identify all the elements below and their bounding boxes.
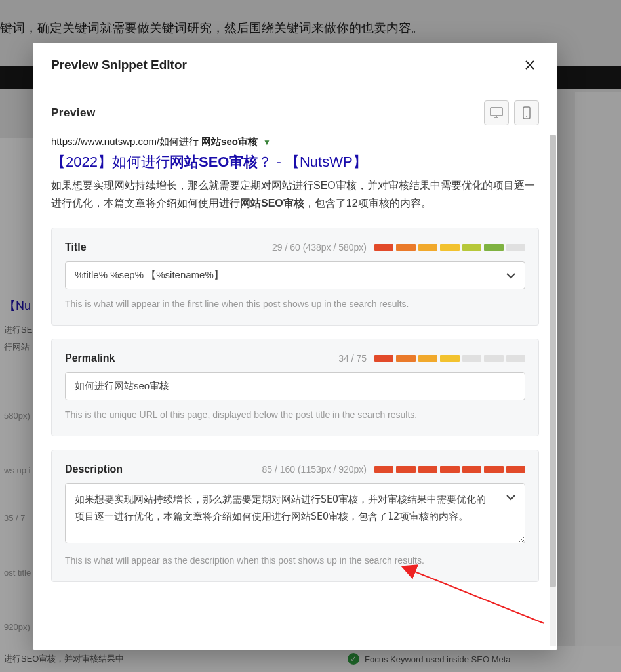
- close-button[interactable]: [521, 56, 539, 74]
- desktop-icon: [490, 107, 503, 119]
- title-input[interactable]: [65, 261, 525, 289]
- chevron-down-icon: [506, 494, 516, 501]
- permalink-count: 34 / 75: [338, 353, 367, 364]
- modal-header: Preview Snippet Editor: [33, 43, 557, 81]
- desktop-preview-button[interactable]: [484, 100, 509, 125]
- close-icon: [525, 60, 535, 70]
- description-input[interactable]: [65, 483, 525, 543]
- title-help: This is what will appear in the first li…: [65, 299, 525, 309]
- permalink-score-bar: [374, 355, 525, 362]
- preview-description: 如果想要实现网站持续增长，那么就需要定期对网站进行SEO审核，并对审核结果中需要…: [51, 177, 539, 212]
- device-toggle-group: [484, 100, 539, 125]
- modal-title: Preview Snippet Editor: [51, 58, 187, 72]
- permalink-help: This is the unique URL of this page, dis…: [65, 410, 525, 420]
- mobile-icon: [523, 106, 531, 119]
- title-count: 29 / 60 (438px / 580px): [272, 242, 367, 253]
- svg-rect-0: [491, 108, 502, 116]
- mobile-preview-button[interactable]: [514, 100, 539, 125]
- preview-label: Preview: [51, 106, 96, 119]
- title-expand-button[interactable]: [506, 272, 516, 279]
- title-label: Title: [65, 242, 87, 253]
- permalink-label: Permalink: [65, 352, 115, 364]
- snippet-editor-modal: Preview Snippet Editor Preview https://w…: [33, 43, 557, 650]
- description-expand-button[interactable]: [506, 494, 516, 501]
- url-caret-icon: ▼: [263, 138, 271, 147]
- scrollbar-thumb[interactable]: [550, 135, 556, 587]
- preview-url: https://www.nutswp.com/如何进行网站seo审核 ▼: [51, 136, 539, 148]
- description-count: 85 / 160 (1153px / 920px): [262, 464, 367, 474]
- description-card: Description 85 / 160 (1153px / 920px) Th…: [51, 450, 539, 582]
- description-score-bar: [374, 466, 525, 472]
- description-help: This is what will appear as the descript…: [65, 555, 525, 566]
- serp-preview: https://www.nutswp.com/如何进行网站seo审核 ▼ 【20…: [51, 136, 539, 212]
- permalink-card: Permalink 34 / 75 This is the unique URL…: [51, 339, 539, 436]
- svg-point-2: [526, 116, 527, 117]
- modal-body: Preview https://www.nutswp.com/如何进行网站seo…: [33, 81, 557, 650]
- preview-section-header: Preview: [51, 100, 539, 125]
- title-card: Title 29 / 60 (438px / 580px) This is wh…: [51, 228, 539, 326]
- title-score-bar: [374, 244, 525, 251]
- chevron-down-icon: [506, 272, 516, 279]
- preview-title: 【2022】如何进行网站SEO审核？ - 【NutsWP】: [51, 152, 539, 173]
- permalink-input[interactable]: [65, 372, 525, 400]
- description-label: Description: [65, 463, 123, 475]
